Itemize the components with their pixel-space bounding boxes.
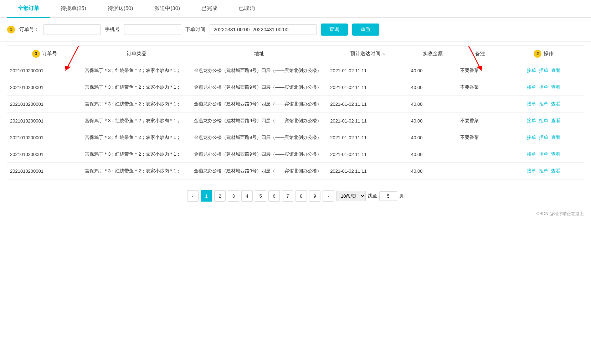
next-page-button[interactable]: › [323,190,334,202]
action-cell: 接单拒单查看 [503,146,584,163]
dish-cell: 宫保鸡丁＊3；红烧带鱼＊2；农家小炒肉＊1； [82,96,191,113]
accept-order-link[interactable]: 接单 [527,151,536,157]
note-cell [457,96,504,113]
action-cell: 接单拒单查看 [503,113,584,129]
order-no-cell: 2021010200001 [7,163,82,180]
prev-page-button[interactable]: ‹ [187,190,199,202]
action-cell: 接单拒单查看 [503,163,584,180]
table-row: 2021010200001宫保鸡丁＊3；红烧带鱼＊2；农家小炒肉＊1；金燕龙办公… [7,96,584,113]
view-order-link[interactable]: 查看 [551,68,560,73]
time-cell: 2021-01-02 11:11 [327,96,408,113]
page-button-9[interactable]: 9 [309,190,320,202]
page-button-3[interactable]: 3 [228,190,239,202]
reject-order-link[interactable]: 拒单 [539,68,548,73]
note-cell: 不要香菜 [457,79,504,96]
order-no-input[interactable] [43,24,101,35]
col-header-5: 备注 [457,46,504,62]
phone-input[interactable] [124,24,181,35]
reject-order-link[interactable]: 拒单 [539,135,548,140]
amount-cell: 40.00 [408,96,457,113]
time-cell: 2021-01-02 11:11 [327,163,408,180]
jump-input[interactable] [379,191,397,201]
reset-button[interactable]: 重置 [352,24,379,36]
badge-1: 1 [7,26,15,33]
tabs-bar: 全部订单待接单(25)待派送(50)派送中(30)已完成已取消 [0,0,591,18]
tab-cancelled[interactable]: 已取消 [228,0,266,18]
page-button-7[interactable]: 7 [282,190,293,202]
address-cell: 金燕龙办公楼（建材城西路9号）四层（——宾馆北侧办公楼） [191,129,327,146]
note-cell [457,146,504,163]
address-cell: 金燕龙办公楼（建材城西路9号）四层（——宾馆北侧办公楼） [191,146,327,163]
order-no-cell: 2021010200001 [7,96,82,113]
note-cell: 不要香菜 [457,129,504,146]
table-header-row: 3订单号订单菜品地址预计送达时间 ⇅实收金额备注2操作 [7,46,584,62]
amount-cell: 40.00 [408,113,457,129]
view-order-link[interactable]: 查看 [551,84,560,90]
view-order-link[interactable]: 查看 [551,135,560,140]
reject-order-link[interactable]: 拒单 [539,168,548,173]
amount-cell: 40.00 [408,79,457,96]
action-cell: 接单拒单查看 [503,62,584,79]
page-size-select[interactable]: 10条/页 [336,191,366,201]
accept-order-link[interactable]: 接单 [527,135,536,140]
accept-order-link[interactable]: 接单 [527,101,536,106]
app-container: 全部订单待接单(25)待派送(50)派送中(30)已完成已取消 1 订单号： 手… [0,0,591,219]
table-row: 2021010200001宫保鸡丁＊3；红烧带鱼＊2；农家小炒肉＊1；金燕龙办公… [7,113,584,129]
address-cell: 金燕龙办公楼（建材城西路9号）四层（——宾馆北侧办公楼） [191,113,327,129]
table-row: 2021010200001宫保鸡丁＊3；红烧带鱼＊2；农家小炒肉＊1；金燕龙办公… [7,62,584,79]
table-row: 2021010200001宫保鸡丁＊3；红烧带鱼＊2；农家小炒肉＊1；金燕龙办公… [7,163,584,180]
action-cell: 接单拒单查看 [503,79,584,96]
view-order-link[interactable]: 查看 [551,168,560,173]
accept-order-link[interactable]: 接单 [527,118,536,123]
address-cell: 金燕龙办公楼（建材城西路9号）四层（——宾馆北侧办公楼） [191,96,327,113]
pagination-bar: ‹123456789›10条/页跳至页 [0,183,591,209]
order-no-label: 订单号： [19,26,39,33]
page-button-1[interactable]: 1 [201,190,212,202]
table-row: 2021010200001宫保鸡丁＊3；红烧带鱼＊2；农家小炒肉＊1；金燕龙办公… [7,79,584,96]
accept-order-link[interactable]: 接单 [527,68,536,73]
footer: CSDN @程序喵正在路上 [0,209,591,219]
dish-cell: 宫保鸡丁＊3；红烧带鱼＊2；农家小炒肉＊1； [82,129,191,146]
col-header-4: 实收金额 [408,46,457,62]
col-header-6: 2操作 [503,46,584,62]
time-input[interactable] [210,24,317,35]
view-order-link[interactable]: 查看 [551,118,560,123]
time-cell: 2021-01-02 11:11 [327,79,408,96]
order-no-cell: 2021010200001 [7,146,82,163]
tab-completed[interactable]: 已完成 [191,0,228,18]
tab-pending-accept[interactable]: 待接单(25) [50,0,97,18]
reject-order-link[interactable]: 拒单 [539,101,548,106]
view-order-link[interactable]: 查看 [551,101,560,106]
table-row: 2021010200001宫保鸡丁＊3；红烧带鱼＊2；农家小炒肉＊1；金燕龙办公… [7,146,584,163]
accept-order-link[interactable]: 接单 [527,84,536,90]
badge-2: 2 [534,50,541,58]
time-cell: 2021-01-02 11:11 [327,62,408,79]
note-cell: 不要香菜 [457,62,504,79]
query-button[interactable]: 查询 [321,24,348,36]
tab-sending[interactable]: 派送中(30) [144,0,191,18]
reject-order-link[interactable]: 拒单 [539,151,548,157]
action-cell: 接单拒单查看 [503,129,584,146]
reject-order-link[interactable]: 拒单 [539,84,548,90]
tab-all[interactable]: 全部订单 [7,0,50,18]
time-cell: 2021-01-02 11:11 [327,146,408,163]
col-header-1: 订单菜品 [82,46,191,62]
accept-order-link[interactable]: 接单 [527,168,536,173]
tab-pending-send[interactable]: 待派送(50) [97,0,144,18]
page-button-6[interactable]: 6 [268,190,280,202]
page-button-8[interactable]: 8 [296,190,307,202]
dish-cell: 宫保鸡丁＊3；红烧带鱼＊2；农家小炒肉＊1； [82,79,191,96]
order-no-cell: 2021010200001 [7,113,82,129]
sort-icon: ⇅ [382,52,385,56]
address-cell: 金燕龙办公楼（建材城西路9号）四层（——宾馆北侧办公楼） [191,163,327,180]
note-cell: 不要香菜 [457,113,504,129]
order-no-cell: 2021010200001 [7,129,82,146]
reject-order-link[interactable]: 拒单 [539,118,548,123]
dish-cell: 宫保鸡丁＊3；红烧带鱼＊2；农家小炒肉＊1； [82,146,191,163]
col-header-0: 3订单号 [7,46,82,62]
view-order-link[interactable]: 查看 [551,151,560,157]
page-button-2[interactable]: 2 [214,190,226,202]
amount-cell: 40.00 [408,129,457,146]
page-button-5[interactable]: 5 [255,190,266,202]
page-button-4[interactable]: 4 [241,190,253,202]
